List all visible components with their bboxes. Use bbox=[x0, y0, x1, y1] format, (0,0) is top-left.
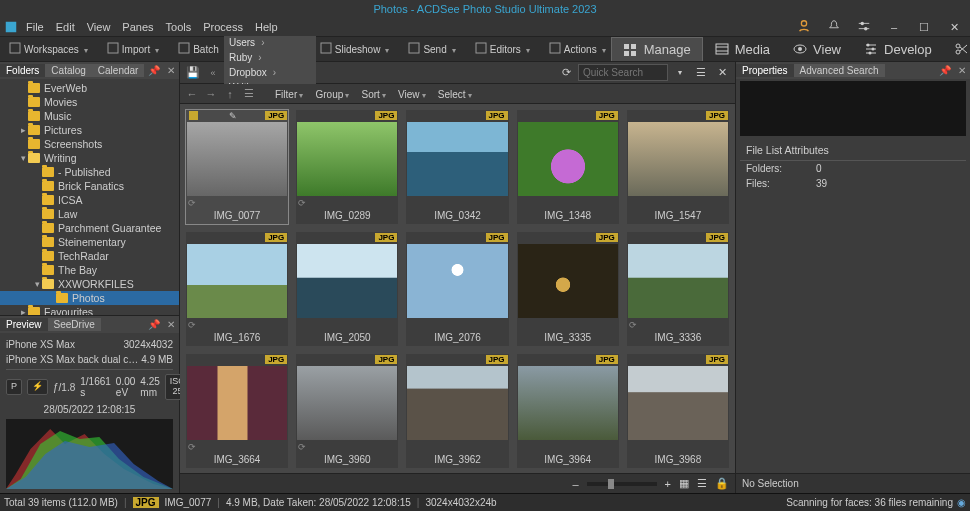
sliders-icon[interactable] bbox=[852, 19, 876, 35]
check-icon[interactable] bbox=[189, 111, 198, 120]
toolbar-actions[interactable]: Actions bbox=[544, 37, 611, 61]
tab-catalog[interactable]: Catalog bbox=[45, 64, 91, 77]
thumbnail[interactable]: JPGIMG_1348 bbox=[517, 110, 619, 224]
search-dropdown[interactable]: ▾ bbox=[671, 68, 689, 77]
minimize-button[interactable]: – bbox=[882, 21, 906, 33]
thumbnail[interactable]: JPGIMG_3335 bbox=[517, 232, 619, 346]
drive-icon[interactable]: 💾 bbox=[184, 66, 202, 79]
folder-techradar[interactable]: TechRadar bbox=[0, 249, 179, 263]
nav-menu-group[interactable]: Group bbox=[309, 89, 355, 100]
thumbnail[interactable]: JPGIMG_3962 bbox=[406, 354, 508, 468]
nav-back-button[interactable]: ← bbox=[184, 88, 200, 100]
crumb-ruby[interactable]: Ruby bbox=[224, 50, 316, 65]
folder-writing[interactable]: ▾Writing bbox=[0, 151, 179, 165]
folder-parchment-guarantee[interactable]: Parchment Guarantee bbox=[0, 221, 179, 235]
tab-seedrive[interactable]: SeeDrive bbox=[48, 318, 101, 331]
mode-tab-view[interactable]: View bbox=[781, 37, 852, 61]
folder-the-bay[interactable]: The Bay bbox=[0, 263, 179, 277]
quick-search-input[interactable] bbox=[578, 64, 668, 81]
toolbar-editors[interactable]: Editors bbox=[470, 37, 535, 61]
tab-advanced-search[interactable]: Advanced Search bbox=[794, 64, 885, 77]
zoom-out-button[interactable]: – bbox=[572, 478, 578, 490]
nav-up-button[interactable]: ↑ bbox=[222, 88, 238, 100]
toolbar-workspaces[interactable]: Workspaces bbox=[4, 37, 93, 61]
thumbnail[interactable]: JPGIMG_3964 bbox=[517, 354, 619, 468]
pin-icon[interactable]: 📌 bbox=[145, 65, 163, 76]
menu-help[interactable]: Help bbox=[249, 21, 284, 33]
thumbnail[interactable]: JPG⟳IMG_3960 bbox=[296, 354, 398, 468]
folder-law[interactable]: Law bbox=[0, 207, 179, 221]
toolbar-import[interactable]: Import bbox=[102, 37, 164, 61]
close-panel-icon[interactable]: ✕ bbox=[954, 65, 970, 76]
folder-favourites[interactable]: ▸Favourites bbox=[0, 305, 179, 315]
bell-icon[interactable] bbox=[822, 19, 846, 35]
tab-calendar[interactable]: Calendar bbox=[92, 64, 145, 77]
breadcrumb-chevron[interactable]: « bbox=[204, 68, 222, 78]
toolbar-send[interactable]: Send bbox=[403, 37, 460, 61]
thumbnail-area[interactable]: ✎JPG⟳IMG_0077JPG⟳IMG_0289JPGIMG_0342JPGI… bbox=[180, 104, 735, 473]
toolbar-slideshow[interactable]: Slideshow bbox=[315, 37, 395, 61]
list-layout-icon[interactable]: ☰ bbox=[697, 477, 707, 490]
close-button[interactable]: ✕ bbox=[942, 21, 966, 34]
folder-brick-fanatics[interactable]: Brick Fanatics bbox=[0, 179, 179, 193]
close-panel-icon[interactable]: ✕ bbox=[163, 319, 179, 330]
svg-rect-12 bbox=[476, 43, 486, 53]
thumbnail[interactable]: JPG⟳IMG_0289 bbox=[296, 110, 398, 224]
tab-properties[interactable]: Properties bbox=[736, 64, 794, 77]
thumbnail[interactable]: JPGIMG_2050 bbox=[296, 232, 398, 346]
zoom-in-button[interactable]: + bbox=[665, 478, 671, 490]
crumb-users[interactable]: Users bbox=[224, 35, 316, 50]
menu-panes[interactable]: Panes bbox=[116, 21, 159, 33]
folder-photos[interactable]: Photos bbox=[0, 291, 179, 305]
folder-pictures[interactable]: ▸Pictures bbox=[0, 123, 179, 137]
pin-icon[interactable]: 📌 bbox=[145, 319, 163, 330]
folder-xxworkfiles[interactable]: ▾XXWORKFILES bbox=[0, 277, 179, 291]
thumbnail[interactable]: JPGIMG_0342 bbox=[406, 110, 508, 224]
nav-menu-filter[interactable]: Filter bbox=[269, 89, 309, 100]
folder-movies[interactable]: Movies bbox=[0, 95, 179, 109]
mode-tab-edit[interactable]: Edit bbox=[943, 37, 970, 61]
stop-scan-icon[interactable]: ◉ bbox=[957, 497, 966, 508]
thumbnail[interactable]: JPG⟳IMG_3336 bbox=[627, 232, 729, 346]
mode-tab-develop[interactable]: Develop bbox=[852, 37, 943, 61]
tab-preview[interactable]: Preview bbox=[0, 318, 48, 331]
search-options-icon[interactable]: ☰ bbox=[692, 66, 710, 79]
menu-file[interactable]: File bbox=[20, 21, 50, 33]
nav-menu-sort[interactable]: Sort bbox=[356, 89, 393, 100]
thumbnail[interactable]: ✎JPG⟳IMG_0077 bbox=[186, 110, 288, 224]
folder-everweb[interactable]: EverWeb bbox=[0, 81, 179, 95]
mode-tab-media[interactable]: Media bbox=[703, 37, 781, 61]
close-panel-icon[interactable]: ✕ bbox=[163, 65, 179, 76]
folder--published[interactable]: - Published bbox=[0, 165, 179, 179]
nav-menu-view[interactable]: View bbox=[392, 89, 432, 100]
pin-icon[interactable]: 📌 bbox=[936, 65, 954, 76]
refresh-icon[interactable]: ⟳ bbox=[557, 66, 575, 79]
mode-tab-manage[interactable]: Manage bbox=[611, 37, 703, 61]
nav-forward-button[interactable]: → bbox=[203, 88, 219, 100]
close-search-icon[interactable]: ✕ bbox=[713, 66, 731, 79]
folder-music[interactable]: Music bbox=[0, 109, 179, 123]
account-icon[interactable] bbox=[792, 19, 816, 35]
maximize-button[interactable]: ☐ bbox=[912, 21, 936, 34]
menu-view[interactable]: View bbox=[81, 21, 117, 33]
thumbnail[interactable]: JPGIMG_1547 bbox=[627, 110, 729, 224]
thumbnail-image bbox=[187, 122, 287, 196]
thumbnail[interactable]: JPG⟳IMG_1676 bbox=[186, 232, 288, 346]
nav-history-button[interactable]: ☰ bbox=[241, 87, 257, 100]
thumb-layout-icon[interactable]: ▦ bbox=[679, 477, 689, 490]
crumb-dropbox[interactable]: Dropbox bbox=[224, 65, 316, 80]
thumbnail-size-slider[interactable] bbox=[587, 482, 657, 486]
menu-edit[interactable]: Edit bbox=[50, 21, 81, 33]
folder-tree[interactable]: EverWebMoviesMusic▸PicturesScreenshots▾W… bbox=[0, 79, 179, 315]
folder-screenshots[interactable]: Screenshots bbox=[0, 137, 179, 151]
lock-icon[interactable]: 🔒 bbox=[715, 477, 729, 490]
folder-icsa[interactable]: ICSA bbox=[0, 193, 179, 207]
thumbnail[interactable]: JPGIMG_3968 bbox=[627, 354, 729, 468]
tab-folders[interactable]: Folders bbox=[0, 64, 45, 77]
thumbnail[interactable]: JPG⟳IMG_3664 bbox=[186, 354, 288, 468]
folder-steinementary[interactable]: Steinementary bbox=[0, 235, 179, 249]
menu-process[interactable]: Process bbox=[197, 21, 249, 33]
menu-tools[interactable]: Tools bbox=[160, 21, 198, 33]
nav-menu-select[interactable]: Select bbox=[432, 89, 478, 100]
thumbnail[interactable]: JPGIMG_2076 bbox=[406, 232, 508, 346]
